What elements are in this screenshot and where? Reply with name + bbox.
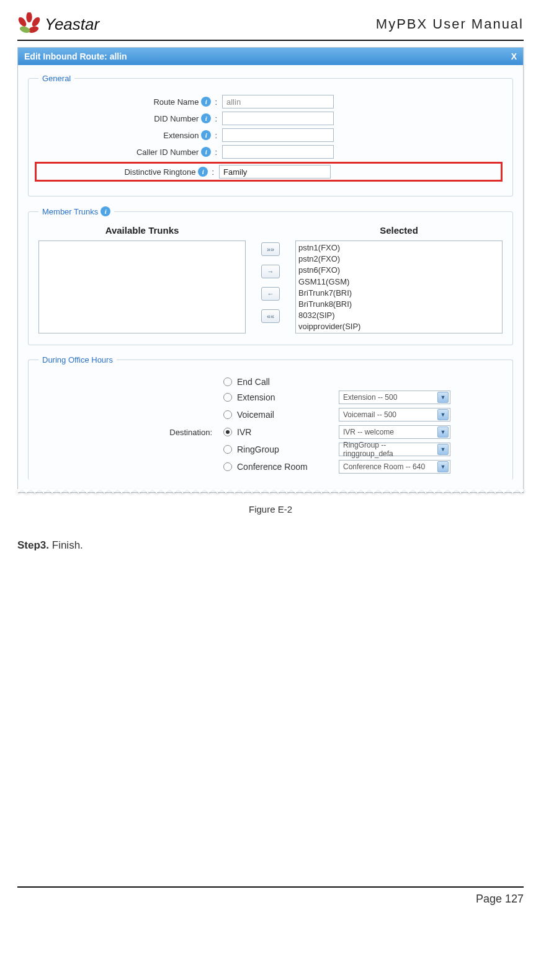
torn-edge-decoration <box>17 489 524 498</box>
general-fieldset: General Route Name i : DID Number i : <box>28 74 513 196</box>
list-item[interactable]: pstn1(FXO) <box>298 242 499 254</box>
selected-trunks-title: Selected <box>295 225 503 236</box>
svg-point-4 <box>19 25 31 34</box>
page-footer: Page 127 <box>17 886 524 906</box>
office-hours-legend: During Office Hours <box>38 355 117 364</box>
ringgroup-option-label: RingGroup <box>237 444 336 454</box>
dialog-title-text: Edit Inbound Route: allin <box>24 51 127 61</box>
close-icon[interactable]: X <box>511 51 517 61</box>
caller-id-input[interactable] <box>222 145 334 159</box>
conference-select[interactable]: Conference Room -- 640 ▼ <box>339 460 450 474</box>
radio-ivr[interactable] <box>223 428 232 436</box>
caller-id-label: Caller ID Number <box>136 148 199 157</box>
selected-trunks-list[interactable]: pstn1(FXO) pstn2(FXO) pstn6(FXO) GSM11(G… <box>295 241 503 333</box>
ringtone-label: Distinctive Ringtone <box>124 167 195 177</box>
info-icon[interactable]: i <box>201 97 211 107</box>
office-hours-fieldset: During Office Hours End Call Extension E… <box>28 355 513 480</box>
voicemail-select[interactable]: Voicemail -- 500 ▼ <box>339 408 450 422</box>
route-name-label: Route Name <box>153 97 199 107</box>
member-trunks-fieldset: Member Trunks i Available Trunks »» → ← … <box>28 206 513 345</box>
list-item[interactable]: pstn2(FXO) <box>298 254 499 265</box>
asterisk-icon <box>17 12 41 36</box>
document-title: MyPBX User Manual <box>376 16 524 32</box>
available-trunks-list[interactable] <box>38 241 246 333</box>
extension-label: Extension <box>163 131 199 140</box>
radio-ringgroup[interactable] <box>223 445 232 454</box>
move-left-button[interactable]: ← <box>261 287 280 301</box>
radio-endcall[interactable] <box>223 377 232 386</box>
extension-row: Extension i : <box>38 128 503 142</box>
info-icon[interactable]: i <box>201 130 211 140</box>
destination-label: Destination: <box>38 428 218 437</box>
list-item[interactable]: BriTrunk7(BRI) <box>298 288 499 299</box>
general-legend: General <box>38 74 74 83</box>
list-item[interactable]: BriTrunk8(BRI) <box>298 299 499 310</box>
page-header: Yeastar MyPBX User Manual <box>17 12 524 41</box>
brand-logo: Yeastar <box>17 12 99 36</box>
extension-select[interactable]: Extension -- 500 ▼ <box>339 391 450 404</box>
svg-point-0 <box>26 12 32 22</box>
ringgroup-select[interactable]: RingGroup -- ringgroup_defa ▼ <box>339 443 450 456</box>
step-bold: Step3. <box>17 539 49 551</box>
chevron-down-icon: ▼ <box>437 461 449 472</box>
info-icon[interactable]: i <box>198 167 208 177</box>
figure-caption: Figure E-2 <box>17 504 524 514</box>
did-number-row: DID Number i : <box>38 112 503 125</box>
ivr-option-label: IVR <box>237 427 336 437</box>
did-number-label: DID Number <box>154 114 199 123</box>
edit-inbound-route-dialog: Edit Inbound Route: allin X General Rout… <box>17 47 524 493</box>
caller-id-row: Caller ID Number i : <box>38 145 503 159</box>
step-text: Step3. Finish. <box>17 539 524 552</box>
voicemail-option-label: Voicemail <box>237 410 336 420</box>
list-item[interactable]: 8032(SIP) <box>298 310 499 321</box>
route-name-input[interactable] <box>222 95 334 108</box>
dialog-titlebar: Edit Inbound Route: allin X <box>18 48 523 65</box>
chevron-down-icon: ▼ <box>437 444 449 455</box>
radio-voicemail[interactable] <box>223 410 232 419</box>
info-icon[interactable]: i <box>101 206 110 216</box>
list-item[interactable]: GSM11(GSM) <box>298 276 499 288</box>
step-rest: Finish. <box>49 539 83 551</box>
radio-extension[interactable] <box>223 393 232 402</box>
extension-option-label: Extension <box>237 392 336 402</box>
conference-option-label: Conference Room <box>237 462 336 472</box>
member-trunks-legend: Member Trunks i <box>38 206 114 216</box>
ivr-select[interactable]: IVR -- welcome ▼ <box>339 425 450 439</box>
list-item[interactable]: pstn6(FXO) <box>298 265 499 276</box>
extension-input[interactable] <box>222 128 334 142</box>
chevron-down-icon: ▼ <box>437 392 449 403</box>
chevron-down-icon: ▼ <box>437 409 449 420</box>
ringtone-input[interactable] <box>219 165 331 179</box>
info-icon[interactable]: i <box>201 147 211 157</box>
brand-text: Yeastar <box>45 15 99 34</box>
move-right-button[interactable]: → <box>261 265 280 278</box>
endcall-label: End Call <box>237 377 336 387</box>
radio-conference[interactable] <box>223 462 232 471</box>
distinctive-ringtone-row: Distinctive Ringtone i : <box>35 162 503 182</box>
move-all-right-button[interactable]: »» <box>261 242 280 256</box>
did-number-input[interactable] <box>222 112 334 125</box>
list-item[interactable]: voipprovider(SIP) <box>298 321 499 332</box>
available-trunks-title: Available Trunks <box>38 225 246 236</box>
route-name-row: Route Name i : <box>38 95 503 108</box>
move-all-left-button[interactable]: «« <box>261 309 280 323</box>
chevron-down-icon: ▼ <box>437 426 449 438</box>
info-icon[interactable]: i <box>201 113 211 123</box>
